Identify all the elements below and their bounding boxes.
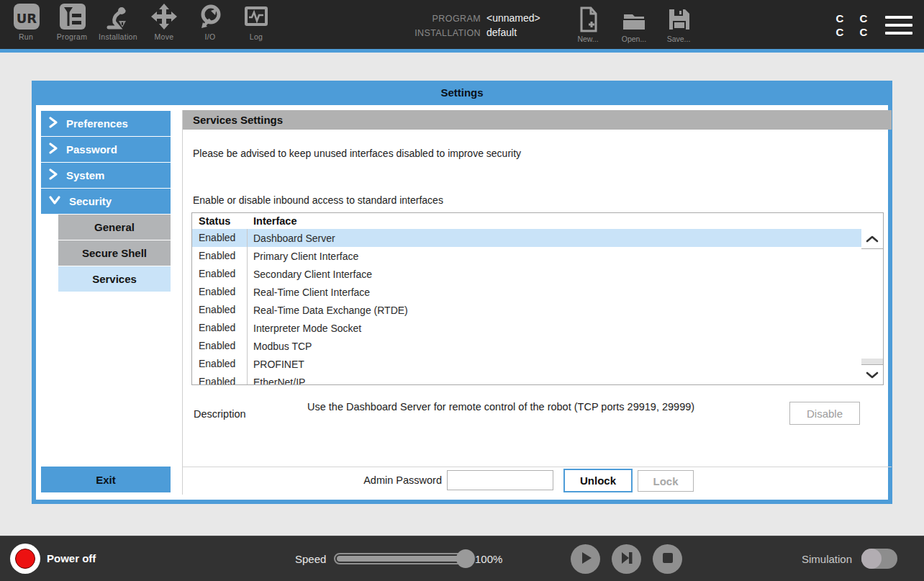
row-interface: Interpreter Mode Socket: [248, 323, 361, 334]
table-row[interactable]: Enabled Interpreter Mode Socket: [192, 319, 861, 337]
robot-arm-icon: [95, 3, 141, 32]
row-interface: Secondary Client Interface: [248, 269, 372, 280]
lock-button[interactable]: Lock: [638, 470, 694, 492]
exit-button[interactable]: Exit: [41, 467, 171, 492]
sidebar-subitem-services[interactable]: Services: [58, 266, 171, 292]
open-button-label: Open...: [612, 35, 656, 43]
table-scrollbar: [861, 229, 883, 384]
play-button[interactable]: [571, 544, 600, 574]
table-row[interactable]: Enabled Primary Client Interface: [192, 247, 861, 265]
row-interface: EtherNet/IP: [248, 377, 305, 386]
sidebar-subitem-label: Secure Shell: [82, 247, 147, 259]
sidebar-item-label: Password: [66, 143, 117, 156]
sidebar-item-system[interactable]: System: [41, 163, 171, 188]
nav-log[interactable]: Log: [233, 0, 279, 48]
speed-slider-thumb[interactable]: [456, 549, 475, 568]
nav-io[interactable]: I/O: [187, 0, 233, 48]
scroll-up-button[interactable]: [861, 229, 883, 249]
speed-slider[interactable]: [334, 553, 472, 564]
open-button[interactable]: Open...: [612, 6, 656, 43]
simulation-toggle[interactable]: [861, 549, 897, 569]
table-row[interactable]: Enabled Modbus TCP: [192, 337, 861, 355]
nav-installation[interactable]: Installation: [95, 0, 141, 48]
row-interface: Modbus TCP: [248, 341, 312, 352]
nav-run-label: Run: [3, 32, 49, 41]
table-row[interactable]: Enabled Secondary Client Interface: [192, 265, 861, 283]
simulation-label: Simulation: [802, 553, 852, 565]
scrollbar-track[interactable]: [861, 249, 883, 364]
svg-text:UR: UR: [17, 11, 37, 26]
top-bar: UR Run Program Installation Move: [0, 0, 924, 49]
sidebar-subitem-general[interactable]: General: [58, 215, 171, 240]
interfaces-table: Status Interface Enabled Dashboard Serve…: [191, 212, 884, 385]
save-button[interactable]: Save...: [656, 6, 701, 43]
program-installation-values: <unnamed> default: [486, 11, 540, 40]
hamburger-menu-button[interactable]: [885, 16, 912, 40]
power-button[interactable]: [10, 544, 40, 574]
row-status: Enabled: [192, 373, 248, 385]
table-header-row: Status Interface: [192, 213, 883, 229]
row-interface: Dashboard Server: [248, 233, 335, 244]
sidebar-subitem-label: Services: [92, 273, 137, 285]
main-nav: UR Run Program Installation Move: [3, 0, 279, 48]
row-status: Enabled: [192, 337, 248, 355]
program-label: PROGRAM: [374, 12, 481, 26]
sidebar-item-security[interactable]: Security: [41, 189, 171, 214]
table-row[interactable]: Enabled PROFINET: [192, 355, 861, 373]
cc-badge: C C C C: [829, 12, 881, 39]
settings-dialog: Settings Preferences Password System Sec…: [32, 81, 892, 504]
sidebar-item-password[interactable]: Password: [41, 137, 171, 162]
sidebar-item-preferences[interactable]: Preferences: [41, 111, 171, 136]
nav-io-label: I/O: [187, 32, 233, 41]
nav-log-label: Log: [233, 32, 279, 41]
nav-run[interactable]: UR Run: [3, 0, 49, 48]
move-icon: [141, 3, 187, 32]
program-icon: [49, 3, 95, 32]
scrollbar-thumb[interactable]: [861, 359, 883, 364]
hamburger-bar: [885, 32, 912, 35]
new-button[interactable]: New...: [566, 6, 610, 43]
accent-stripe: [0, 49, 924, 53]
new-file-icon: [566, 6, 610, 33]
security-advice-text: Please be advised to keep unused interfa…: [193, 148, 521, 159]
dialog-body: Preferences Password System Security Gen…: [36, 105, 888, 500]
table-row[interactable]: Enabled Real-Time Client Interface: [192, 283, 861, 301]
sidebar-item-label: Preferences: [66, 117, 128, 130]
disable-button[interactable]: Disable: [789, 402, 860, 425]
admin-password-input[interactable]: [447, 470, 553, 490]
installation-name: default: [486, 25, 540, 40]
row-status: Enabled: [192, 229, 248, 247]
cc-badge-row: C C: [829, 25, 881, 39]
table-row[interactable]: Enabled Dashboard Server: [192, 229, 861, 247]
step-button[interactable]: [612, 544, 641, 574]
table-row[interactable]: Enabled Real-Time Data Exchange (RTDE): [192, 301, 861, 319]
services-settings-panel: Services Settings Please be advised to k…: [182, 110, 891, 495]
nav-move[interactable]: Move: [141, 0, 187, 48]
stop-button[interactable]: [653, 544, 682, 574]
chevron-up-icon: [866, 233, 879, 246]
hamburger-bar: [885, 16, 912, 19]
row-interface: Real-Time Data Exchange (RTDE): [248, 305, 408, 316]
power-status-icon: [15, 549, 35, 569]
divider: [183, 467, 892, 467]
row-status: Enabled: [192, 319, 248, 337]
chevron-right-icon: [48, 168, 66, 183]
dialog-title: Settings: [32, 81, 892, 105]
scroll-down-button[interactable]: [861, 364, 883, 384]
installation-label: INSTALLATION: [374, 26, 481, 40]
save-floppy-icon: [656, 6, 701, 33]
program-installation-labels: PROGRAM INSTALLATION: [374, 12, 481, 40]
sidebar-subitem-secure-shell[interactable]: Secure Shell: [58, 240, 171, 266]
row-interface: PROFINET: [248, 359, 304, 370]
unlock-button[interactable]: Unlock: [563, 469, 633, 492]
column-header-interface: Interface: [248, 215, 296, 227]
row-interface: Primary Client Interface: [248, 251, 358, 262]
nav-move-label: Move: [141, 32, 187, 41]
program-name: <unnamed>: [486, 11, 540, 25]
open-folder-icon: [612, 6, 656, 33]
nav-program[interactable]: Program: [49, 0, 95, 48]
chevron-right-icon: [48, 116, 66, 131]
ur-logo-icon: UR: [3, 3, 49, 32]
speed-value: 100%: [475, 553, 502, 565]
table-row[interactable]: Enabled EtherNet/IP: [192, 373, 861, 385]
